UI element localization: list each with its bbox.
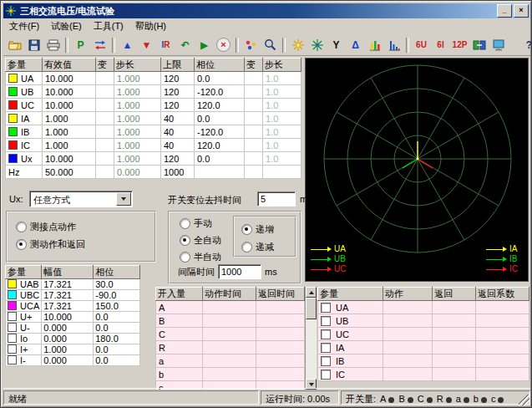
channel-map-button[interactable] <box>469 36 489 54</box>
radio-direction-1[interactable]: 递减 <box>241 241 274 253</box>
column-header[interactable]: 变 <box>96 59 114 72</box>
cell-phase[interactable]: 0.0 <box>195 72 245 85</box>
cell-value[interactable]: 1.000 <box>43 139 96 152</box>
start-button[interactable]: ▶ <box>195 36 214 54</box>
fault-calc-button[interactable] <box>241 36 261 54</box>
resize-grip[interactable] <box>519 395 529 405</box>
column-header[interactable]: 幅值 <box>42 266 94 279</box>
scroll-up-button[interactable] <box>306 287 317 298</box>
column-header[interactable]: 返回 <box>433 288 476 301</box>
cell-phase-step[interactable] <box>263 166 301 179</box>
cell-limit[interactable]: 120 <box>161 99 195 112</box>
cell-phase-step[interactable]: 1.0 <box>263 125 301 139</box>
parameter-button[interactable]: P <box>71 36 90 54</box>
wye-button[interactable]: Y <box>327 36 346 54</box>
menu-file[interactable]: 文件(F) <box>3 18 45 34</box>
cell-limit[interactable]: 120 <box>161 85 195 99</box>
cell-phase-step[interactable]: 1.0 <box>263 112 301 125</box>
column-header[interactable]: 返回时间 <box>256 288 305 301</box>
cell-limit[interactable]: 40 <box>161 139 195 152</box>
column-header[interactable]: 参量 <box>6 266 42 279</box>
ir-button[interactable]: IR <box>156 36 175 54</box>
close-button[interactable]: × <box>514 4 529 18</box>
save-button[interactable] <box>24 36 43 54</box>
menu-tools[interactable]: 工具(T) <box>88 18 129 34</box>
cell-step[interactable]: 1.000 <box>114 112 161 125</box>
cell-change[interactable] <box>96 72 114 85</box>
cell-value[interactable]: 10.000 <box>43 72 96 85</box>
reset-button[interactable]: ↶ <box>175 36 195 54</box>
cell-param[interactable]: IB <box>6 125 43 139</box>
cell-change[interactable] <box>245 152 263 166</box>
checkbox[interactable] <box>321 303 331 313</box>
column-header[interactable]: 参量 <box>6 59 43 72</box>
cell-phase-step[interactable]: 1.0 <box>263 72 301 85</box>
interval-input[interactable]: 1000 <box>218 264 261 279</box>
radio-test-mode-0[interactable]: 测接点动作 <box>16 221 85 233</box>
scrollbar-thumb[interactable] <box>306 298 317 319</box>
checkbox[interactable] <box>321 329 331 339</box>
menu-help[interactable]: 帮助(H) <box>129 18 172 34</box>
six-u-button[interactable]: 6U <box>412 36 431 54</box>
radio-direction-0[interactable]: 递增 <box>241 223 274 236</box>
cell-change[interactable] <box>96 112 114 125</box>
cell-step[interactable]: 1.000 <box>114 99 161 112</box>
radio-run-mode-0[interactable]: 手动 <box>180 217 221 230</box>
cell-change[interactable] <box>96 152 114 166</box>
cell-param[interactable]: UB <box>6 85 43 99</box>
vector-diagram-button[interactable] <box>288 36 307 54</box>
cell-limit[interactable]: 120 <box>161 72 195 85</box>
cell-phase[interactable]: -120.0 <box>195 85 245 99</box>
cell-change[interactable] <box>245 139 263 152</box>
column-header[interactable]: 步长 <box>263 59 301 72</box>
cell-phase-step[interactable]: 1.0 <box>263 99 301 112</box>
cell-limit[interactable]: 120 <box>161 152 195 166</box>
cell-limit[interactable]: 40 <box>161 125 195 139</box>
cell-phase-step[interactable]: 1.0 <box>263 152 301 166</box>
column-header[interactable]: 步长 <box>114 59 161 72</box>
cell-change[interactable] <box>245 99 263 112</box>
open-button[interactable] <box>5 36 24 54</box>
cell-phase-step[interactable]: 1.0 <box>263 139 301 152</box>
zoom-button[interactable] <box>261 36 280 54</box>
cell-phase[interactable]: 120.0 <box>195 139 245 152</box>
help-button[interactable]: ? <box>519 36 532 54</box>
radio-run-mode-1[interactable]: 全自动 <box>180 234 221 247</box>
cell-value[interactable]: 10.000 <box>43 99 96 112</box>
cell-change[interactable] <box>96 139 114 152</box>
column-header[interactable]: 动作 <box>383 288 433 301</box>
debounce-input[interactable]: 5 <box>257 191 296 207</box>
device-panel-button[interactable] <box>489 36 508 54</box>
increase-button[interactable]: ▲ <box>118 36 137 54</box>
cell-change[interactable] <box>96 125 114 139</box>
cell-limit[interactable]: 1000 <box>161 166 195 179</box>
phase-sequence-button[interactable] <box>90 36 109 54</box>
cell-param[interactable]: IC <box>6 139 43 152</box>
six-i-button[interactable]: 6I <box>431 36 450 54</box>
radio-run-mode-2[interactable]: 半自动 <box>180 251 221 263</box>
column-header[interactable]: 有效值 <box>43 59 96 72</box>
column-header[interactable]: 上限 <box>161 59 195 72</box>
cell-param[interactable]: UC <box>6 99 43 112</box>
cell-phase[interactable]: 120.0 <box>195 99 245 112</box>
stop-button[interactable]: × <box>214 36 233 54</box>
cell-phase[interactable]: -120.0 <box>195 125 245 139</box>
switch-table-scrollbar[interactable] <box>305 287 317 390</box>
cell-change[interactable] <box>245 125 263 139</box>
checkbox[interactable] <box>321 343 331 353</box>
cell-param[interactable]: UA <box>6 72 43 85</box>
cell-step[interactable]: 1.000 <box>114 72 161 85</box>
phase-bars-button[interactable] <box>365 36 384 54</box>
cell-param[interactable]: Ux <box>6 152 43 166</box>
checkbox[interactable] <box>321 316 331 326</box>
cell-phase-step[interactable]: 1.0 <box>263 85 301 99</box>
checkbox[interactable] <box>321 370 331 380</box>
cell-param[interactable]: Hz <box>6 166 43 179</box>
column-header[interactable]: 开入量 <box>156 288 203 301</box>
cell-change[interactable] <box>245 85 263 99</box>
cell-limit[interactable]: 40 <box>161 112 195 125</box>
cell-change[interactable] <box>245 166 263 179</box>
cell-value[interactable]: 10.000 <box>43 152 96 166</box>
cell-step[interactable]: 1.000 <box>114 85 161 99</box>
cell-value[interactable]: 50.000 <box>43 166 96 179</box>
